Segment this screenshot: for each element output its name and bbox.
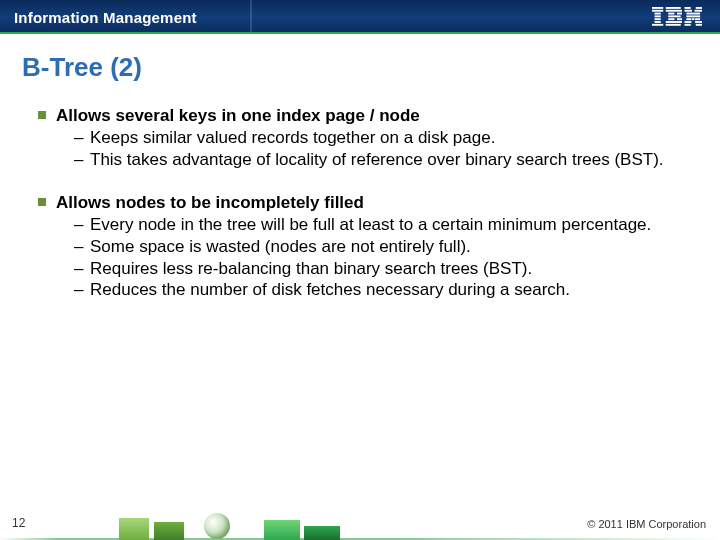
header-brand: Information Management (14, 9, 197, 26)
svg-rect-29 (685, 24, 691, 26)
svg-rect-17 (685, 7, 691, 9)
bullet-1-sub-1: –Keeps similar valued records together o… (56, 127, 682, 149)
svg-rect-11 (677, 13, 682, 15)
deco-bar (264, 520, 300, 540)
page-title: B-Tree (2) (22, 52, 720, 83)
svg-rect-19 (685, 10, 693, 12)
svg-rect-10 (668, 13, 674, 15)
bullet-2-sub-1: –Every node in the tree will be full at … (56, 214, 682, 236)
bullet-1-sub-2: –This takes advantage of locality of ref… (56, 149, 682, 171)
square-bullet-icon (38, 198, 46, 206)
svg-rect-20 (695, 10, 703, 12)
svg-rect-23 (686, 15, 700, 17)
dash-icon: – (74, 258, 83, 280)
footer: 12 © 2011 IBM Corporation (0, 510, 720, 540)
sub-text: Requires less re-balancing than binary s… (90, 259, 532, 278)
svg-rect-6 (652, 24, 663, 26)
svg-rect-21 (686, 13, 693, 15)
deco-bar (304, 526, 340, 540)
page-number: 12 (12, 516, 25, 530)
svg-rect-16 (666, 24, 681, 26)
deco-bar (154, 522, 184, 540)
bullet-2-head: Allows nodes to be incompletely filled (56, 192, 682, 214)
sub-text: Keeps similar valued records together on… (90, 128, 495, 147)
copyright-text: © 2011 IBM Corporation (587, 518, 706, 530)
bullet-1: Allows several keys in one index page / … (38, 105, 682, 170)
content-area: Allows several keys in one index page / … (38, 105, 682, 301)
dash-icon: – (74, 127, 83, 149)
svg-rect-26 (695, 18, 700, 20)
svg-rect-13 (668, 18, 674, 20)
svg-rect-18 (696, 7, 702, 9)
bullet-2-sub-3: –Requires less re-balancing than binary … (56, 258, 682, 280)
dash-icon: – (74, 279, 83, 301)
bullet-1-head: Allows several keys in one index page / … (56, 105, 682, 127)
svg-rect-5 (655, 21, 661, 23)
svg-rect-1 (652, 10, 663, 12)
dash-icon: – (74, 236, 83, 258)
deco-bar (119, 518, 149, 540)
svg-rect-30 (696, 24, 702, 26)
svg-rect-15 (666, 21, 682, 23)
svg-rect-9 (666, 10, 682, 12)
dash-icon: – (74, 149, 83, 171)
svg-rect-14 (677, 18, 682, 20)
svg-rect-2 (655, 13, 661, 15)
svg-rect-28 (695, 21, 702, 23)
footer-decoration (74, 512, 414, 540)
header-accent-line (0, 32, 720, 34)
svg-rect-8 (666, 7, 681, 9)
svg-rect-3 (655, 15, 661, 17)
sub-text: Reduces the number of disk fetches neces… (90, 280, 570, 299)
bullet-2: Allows nodes to be incompletely filled –… (38, 192, 682, 301)
dash-icon: – (74, 214, 83, 236)
svg-rect-25 (692, 18, 695, 20)
bullet-2-sub-2: –Some space is wasted (nodes are not ent… (56, 236, 682, 258)
sub-text: This takes advantage of locality of refe… (90, 150, 664, 169)
square-bullet-icon (38, 111, 46, 119)
svg-rect-24 (686, 18, 691, 20)
header-bar: Information Management (0, 0, 720, 34)
svg-rect-0 (652, 7, 663, 9)
svg-rect-27 (685, 21, 692, 23)
sub-text: Some space is wasted (nodes are not enti… (90, 237, 471, 256)
svg-rect-12 (668, 15, 681, 17)
svg-rect-4 (655, 18, 661, 20)
slide: Information Management (0, 0, 720, 540)
globe-icon (204, 513, 230, 539)
header-divider (250, 0, 252, 34)
sub-text: Every node in the tree will be full at l… (90, 215, 651, 234)
bullet-2-sub-4: –Reduces the number of disk fetches nece… (56, 279, 682, 301)
ibm-logo (652, 6, 702, 28)
svg-rect-22 (693, 13, 700, 15)
